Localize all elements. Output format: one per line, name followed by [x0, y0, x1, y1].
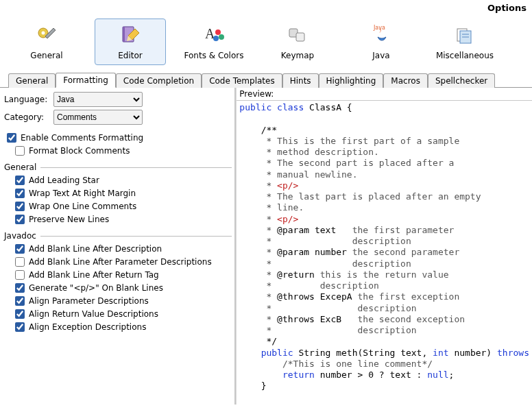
checkbox[interactable]: [15, 322, 25, 332]
checkbox[interactable]: [15, 215, 25, 224]
blank-after-param[interactable]: Add Blank Line After Parameter Descripti…: [15, 257, 232, 267]
svg-text:Java: Java: [373, 25, 385, 31]
misc-icon: [453, 23, 476, 47]
preview-label: Preview:: [237, 88, 532, 101]
format-block-comments[interactable]: Format Block Comments: [15, 146, 232, 156]
toolbar-label: Editor: [118, 51, 143, 60]
tab-spellchecker[interactable]: Spellchecker: [428, 73, 495, 88]
category-select[interactable]: Comments: [53, 110, 143, 125]
toolbar-label: Miscellaneous: [436, 51, 494, 60]
toolbar-editor[interactable]: Editor: [95, 19, 166, 65]
group-javadoc: Javadoc: [4, 231, 36, 241]
toolbar-misc[interactable]: Miscellaneous: [429, 19, 500, 65]
editor-icon: [119, 23, 142, 47]
java-icon: Java: [370, 23, 393, 47]
checkbox[interactable]: [15, 296, 25, 306]
checkbox[interactable]: [15, 189, 25, 198]
checkbox[interactable]: [15, 202, 25, 211]
keycap-icon: [286, 23, 309, 47]
blank-after-description[interactable]: Add Blank Line After Description: [15, 244, 232, 254]
tab-macros[interactable]: Macros: [383, 73, 428, 88]
toolbar-label: Fonts & Colors: [184, 51, 244, 60]
align-return[interactable]: Align Return Value Descriptions: [15, 309, 232, 319]
svg-point-5: [215, 29, 221, 35]
align-param[interactable]: Align Parameter Descriptions: [15, 296, 232, 306]
window-title: Options: [0, 0, 532, 14]
checkbox[interactable]: [15, 270, 25, 280]
gear-wrench-icon: [35, 23, 58, 47]
align-exception[interactable]: Align Exception Descriptions: [15, 322, 232, 332]
toolbar-keymap[interactable]: Keymap: [262, 19, 333, 65]
generate-p-blank[interactable]: Generate "<p/>" On Blank Lines: [15, 283, 232, 293]
toolbar-label: General: [30, 51, 62, 60]
checkbox[interactable]: [15, 244, 25, 254]
checkbox[interactable]: [15, 257, 25, 267]
tab-code-completion[interactable]: Code Completion: [116, 73, 202, 88]
settings-pane: Language: Java Category: Comments Enable…: [0, 88, 234, 405]
language-select[interactable]: Java: [53, 92, 143, 107]
checkbox[interactable]: [15, 283, 25, 293]
preview-code: public class ClassA { /** * This is the …: [237, 101, 532, 405]
group-general: General: [4, 162, 36, 172]
toolbar-label: Java: [372, 51, 389, 60]
svg-rect-9: [296, 33, 304, 41]
tab-general[interactable]: General: [8, 73, 56, 88]
add-leading-star[interactable]: Add Leading Star: [15, 176, 232, 185]
svg-point-1: [42, 32, 45, 35]
preserve-new-lines[interactable]: Preserve New Lines: [15, 215, 232, 224]
content-area: Language: Java Category: Comments Enable…: [0, 87, 532, 405]
blank-after-return[interactable]: Add Blank Line After Return Tag: [15, 270, 232, 280]
enable-comments-formatting[interactable]: Enable Comments Formatting: [7, 133, 232, 143]
checkbox[interactable]: [15, 146, 25, 156]
tab-formatting[interactable]: Formatting: [56, 73, 116, 88]
svg-point-7: [213, 36, 219, 41]
preview-pane: Preview: public class ClassA { /** * Thi…: [236, 88, 532, 405]
category-toolbar: General Editor A Fonts & Colors Keymap J…: [0, 14, 532, 72]
wrap-right-margin[interactable]: Wrap Text At Right Margin: [15, 189, 232, 198]
wrap-one-line[interactable]: Wrap One Line Comments: [15, 202, 232, 211]
tab-highlighting[interactable]: Highlighting: [319, 73, 384, 88]
category-label: Category:: [4, 112, 53, 122]
tab-bar: General Formatting Code Completion Code …: [0, 72, 532, 87]
divider: [40, 167, 232, 168]
svg-rect-3: [123, 27, 125, 42]
svg-point-6: [219, 34, 224, 40]
checkbox[interactable]: [15, 176, 25, 185]
toolbar-java[interactable]: Java Java: [346, 19, 417, 65]
checkbox[interactable]: [15, 309, 25, 319]
tab-code-templates[interactable]: Code Templates: [202, 73, 282, 88]
divider: [40, 236, 232, 237]
toolbar-fonts[interactable]: A Fonts & Colors: [178, 19, 250, 65]
toolbar-general[interactable]: General: [11, 19, 82, 65]
checkbox[interactable]: [7, 133, 16, 143]
tab-hints[interactable]: Hints: [282, 73, 319, 88]
toolbar-label: Keymap: [281, 51, 314, 60]
language-label: Language:: [4, 95, 53, 104]
palette-icon: A: [202, 23, 226, 47]
